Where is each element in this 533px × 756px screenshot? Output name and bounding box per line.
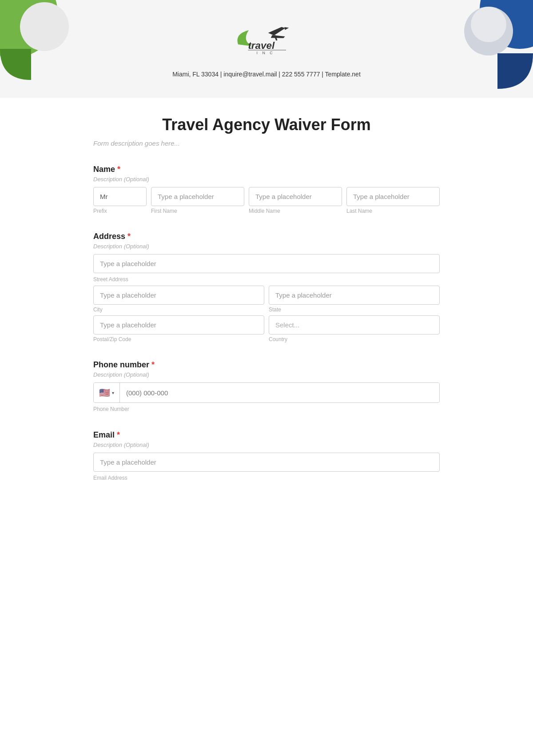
city-state-row: City State [93,286,440,313]
first-name-input[interactable] [151,187,244,206]
name-input-row: Prefix First Name Middle Name Last Name [93,187,440,214]
header-contact: Miami, FL 33034 | inquire@travel.mail | … [172,71,361,78]
form-title: Travel Agency Waiver Form [93,115,440,134]
page: travel I N C Miami, FL 33034 | inquire@t… [0,0,533,756]
header: travel I N C Miami, FL 33034 | inquire@t… [0,0,533,98]
city-input[interactable] [93,286,264,305]
header-left-decoration [0,0,80,98]
prefix-sublabel: Prefix [93,208,147,214]
city-sublabel: City [93,306,264,313]
first-name-sublabel: First Name [151,208,244,214]
name-section: Name * Description (Optional) Prefix Fir… [93,165,440,214]
chevron-down-icon: ▾ [112,390,114,395]
email-input-group: Email Address [93,453,440,481]
email-required: * [117,430,120,439]
street-address-input[interactable] [93,254,440,273]
phone-required: * [151,360,155,369]
first-name-group: First Name [151,187,244,214]
phone-input-row: 🇺🇸 ▾ [93,382,440,403]
svg-text:I N C: I N C [257,51,274,55]
form-container: Travel Agency Waiver Form Form descripti… [67,98,466,526]
phone-label: Phone number * [93,360,440,370]
address-section: Address * Description (Optional) Street … [93,232,440,342]
state-input[interactable] [269,286,440,305]
last-name-sublabel: Last Name [346,208,440,214]
state-sublabel: State [269,306,440,313]
email-sublabel: Email Address [93,475,127,481]
middle-name-sublabel: Middle Name [249,208,342,214]
phone-sublabel: Phone Number [93,406,129,412]
state-group: State [269,286,440,313]
prefix-group: Prefix [93,187,147,214]
svg-point-1 [20,2,69,51]
phone-number-input[interactable] [120,383,439,402]
middle-name-group: Middle Name [249,187,342,214]
svg-text:travel: travel [248,40,275,51]
phone-section: Phone number * Description (Optional) 🇺🇸… [93,360,440,413]
address-label: Address * [93,232,440,241]
street-sublabel: Street Address [93,276,128,283]
postal-group: Postal/Zip Code [93,315,264,342]
logo-svg: travel I N C [231,20,302,69]
last-name-group: Last Name [346,187,440,214]
logo-area: travel I N C Miami, FL 33034 | inquire@t… [172,20,361,78]
postal-sublabel: Postal/Zip Code [93,336,264,342]
country-select[interactable]: Select... United States United Kingdom C… [269,315,440,334]
prefix-input[interactable] [93,187,147,206]
country-sublabel: Country [269,336,440,342]
middle-name-input[interactable] [249,187,342,206]
address-required: * [127,232,131,241]
phone-country-selector[interactable]: 🇺🇸 ▾ [94,383,120,402]
phone-description: Description (Optional) [93,371,440,378]
country-group: Select... United States United Kingdom C… [269,315,440,342]
email-section: Email * Description (Optional) Email Add… [93,430,440,481]
email-input[interactable] [93,453,440,472]
city-group: City [93,286,264,313]
name-description: Description (Optional) [93,176,440,183]
form-description: Form description goes here... [93,139,440,147]
postal-country-row: Postal/Zip Code Select... United States … [93,315,440,342]
address-description: Description (Optional) [93,243,440,250]
email-description: Description (Optional) [93,442,440,448]
svg-point-4 [471,7,506,42]
last-name-input[interactable] [346,187,440,206]
us-flag-icon: 🇺🇸 [99,387,110,398]
email-label: Email * [93,430,440,440]
street-address-group: Street Address [93,254,440,283]
name-required: * [117,165,120,174]
name-label: Name * [93,165,440,174]
postal-input[interactable] [93,315,264,334]
header-right-decoration [453,0,533,98]
